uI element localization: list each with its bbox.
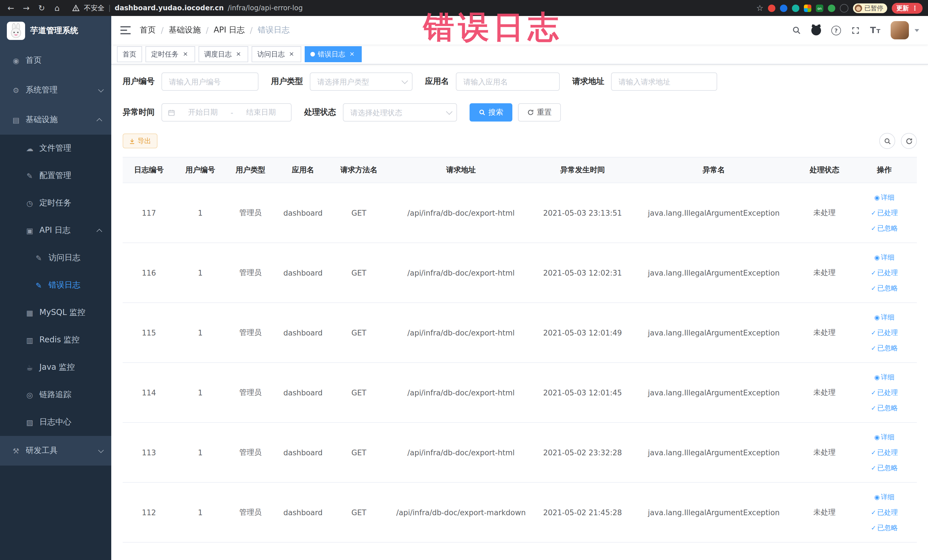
page-content: 用户编号 用户类型 应用名 [111,64,928,560]
sidebar-item-mysql-monitor[interactable]: ▦ MySQL 监控 [0,299,111,327]
action-mark-processed[interactable]: ✓已处理 [855,445,913,460]
action-detail[interactable]: ◉详细 [855,369,913,385]
bookmark-star-icon[interactable]: ☆ [756,3,763,12]
action-mark-ignored[interactable]: ✓已忽略 [855,460,913,476]
log-icon: ▣ [25,226,34,235]
tab-close-icon[interactable]: × [182,50,189,58]
sidebar-item-infrastructure[interactable]: ▤ 基础设施 [0,105,111,135]
sidebar-item-java-monitor[interactable]: ☕ Java 监控 [0,354,111,381]
search-icon[interactable] [792,26,801,35]
action-detail[interactable]: ◉详细 [855,429,913,445]
action-mark-ignored[interactable]: ✓已忽略 [855,400,913,416]
app-name-input[interactable] [456,72,560,91]
logo-rabbit-icon [7,22,25,40]
tab-scheduled-tasks[interactable]: 定时任务 × [145,46,195,62]
extension-paw-icon[interactable] [840,4,849,12]
github-icon[interactable] [811,25,821,35]
sidebar-item-log-center[interactable]: ▨ 日志中心 [0,409,111,436]
action-mark-ignored[interactable]: ✓已忽略 [855,340,913,356]
export-button[interactable]: 导出 [123,134,157,148]
breadcrumb-home[interactable]: 首页 [140,25,156,35]
user-id-input[interactable] [162,72,258,91]
extension-icon[interactable] [828,4,835,12]
extension-grid-icon[interactable] [804,4,811,12]
sidebar-item-error-log[interactable]: ✎ 错误日志 [0,272,111,299]
tools-icon: ⚒ [11,447,21,455]
action-mark-ignored[interactable]: ✓已忽略 [855,281,913,296]
avatar-caret-icon[interactable] [914,29,919,32]
browser-back-icon[interactable]: ← [6,0,16,16]
user-type-label: 用户类型 [271,76,303,87]
action-detail[interactable]: ◉详细 [855,489,913,505]
process-status-select[interactable] [343,103,457,122]
col-exception-name: 异常名 [630,157,797,183]
extension-icon[interactable] [792,4,799,12]
logo[interactable]: 芋道管理系统 [0,16,111,46]
check-icon: ✓ [871,385,876,400]
tab-dispatch-log[interactable]: 调度日志 × [198,46,248,62]
user-type-select[interactable] [310,72,412,91]
toggle-search-button[interactable] [879,133,895,149]
browser-home-icon[interactable]: ⌂ [52,0,62,16]
tab-error-log[interactable]: 错误日志 × [305,46,362,62]
monitor-icon: ▤ [11,116,21,124]
extension-icon[interactable] [768,4,775,12]
reset-button[interactable]: 重置 [518,103,561,122]
fullscreen-icon[interactable] [851,26,860,35]
table-row: 116 1 管理员 dashboard GET /api/infra/db-do… [123,243,917,303]
check-icon: ✓ [871,445,876,460]
col-app-name: 应用名 [276,157,330,183]
sidebar-item-config-management[interactable]: ✎ 配置管理 [0,162,111,189]
avatar[interactable] [891,21,909,40]
sidebar-item-trace[interactable]: ◎ 链路追踪 [0,381,111,409]
action-mark-processed[interactable]: ✓已处理 [855,505,913,520]
exception-time-range-picker[interactable]: 开始日期 - 结束日期 [162,103,292,122]
action-mark-processed[interactable]: ✓已处理 [855,325,913,340]
hamburger-icon[interactable] [121,26,131,35]
process-status-label: 处理状态 [304,107,336,117]
browser-reload-icon[interactable]: ↻ [37,0,47,16]
address-bar[interactable]: 不安全 | dashboard.yudao.iocoder.cn/infra/l… [72,3,751,13]
sidebar-item-dev-tools[interactable]: ⚒ 研发工具 [0,436,111,465]
tab-close-icon[interactable]: × [348,50,356,58]
breadcrumb-infrastructure[interactable]: 基础设施 [169,25,200,35]
table-row: 114 1 管理员 dashboard GET /api/infra/db-do… [123,363,917,423]
action-detail[interactable]: ◉详细 [855,310,913,325]
exception-time-label: 异常时间 [123,107,155,117]
action-mark-ignored[interactable]: ✓已忽略 [855,221,913,236]
table-row: 112 1 管理员 dashboard GET /api/infra/db-do… [123,482,917,542]
vpn-on-icon[interactable]: on [816,4,823,12]
action-detail[interactable]: ◉详细 [855,250,913,265]
sidebar-item-system-management[interactable]: ⚙ 系统管理 [0,75,111,105]
font-size-icon[interactable]: TT [870,26,881,34]
sidebar-item-scheduled-tasks[interactable]: ◷ 定时任务 [0,189,111,217]
refresh-table-button[interactable] [901,133,917,149]
help-icon[interactable]: ? [831,25,841,35]
sidebar-item-redis-monitor[interactable]: ▥ Redis 监控 [0,327,111,354]
request-url-input[interactable] [611,72,717,91]
action-mark-processed[interactable]: ✓已处理 [855,385,913,400]
clock-icon: ◷ [25,199,34,208]
tab-close-icon[interactable]: × [288,50,296,58]
extension-icon[interactable] [780,4,788,12]
tab-close-icon[interactable]: × [235,50,243,58]
action-mark-processed[interactable]: ✓已处理 [855,265,913,281]
tab-access-log[interactable]: 访问日志 × [252,46,301,62]
url-path: /infra/log/api-error-log [227,4,303,12]
tampermonkey-paused-badge[interactable]: 已暂停 [853,3,887,13]
action-mark-processed[interactable]: ✓已处理 [855,205,913,221]
sidebar-item-api-log[interactable]: ▣ API 日志 [0,217,111,244]
chrome-update-button[interactable]: 更新 ⋮ [892,3,923,14]
search-button[interactable]: 搜索 [470,103,512,122]
sidebar-item-home[interactable]: ◉ 首页 [0,46,111,75]
sidebar: 芋道管理系统 ◉ 首页 ⚙ 系统管理 ▤ 基础设施 ☁ 文件管理 ✎ [0,16,111,560]
screen: ← → ↻ ⌂ 不安全 | dashboard.yudao.iocoder.cn… [0,0,928,560]
browser-forward-icon[interactable]: → [21,0,31,16]
action-mark-ignored[interactable]: ✓已忽略 [855,520,913,536]
col-status: 处理状态 [797,157,852,183]
action-detail[interactable]: ◉详细 [855,190,913,205]
tab-home[interactable]: 首页 [117,46,142,62]
breadcrumb-api-log[interactable]: API 日志 [214,25,245,35]
sidebar-item-file-management[interactable]: ☁ 文件管理 [0,135,111,162]
sidebar-item-access-log[interactable]: ✎ 访问日志 [0,244,111,272]
